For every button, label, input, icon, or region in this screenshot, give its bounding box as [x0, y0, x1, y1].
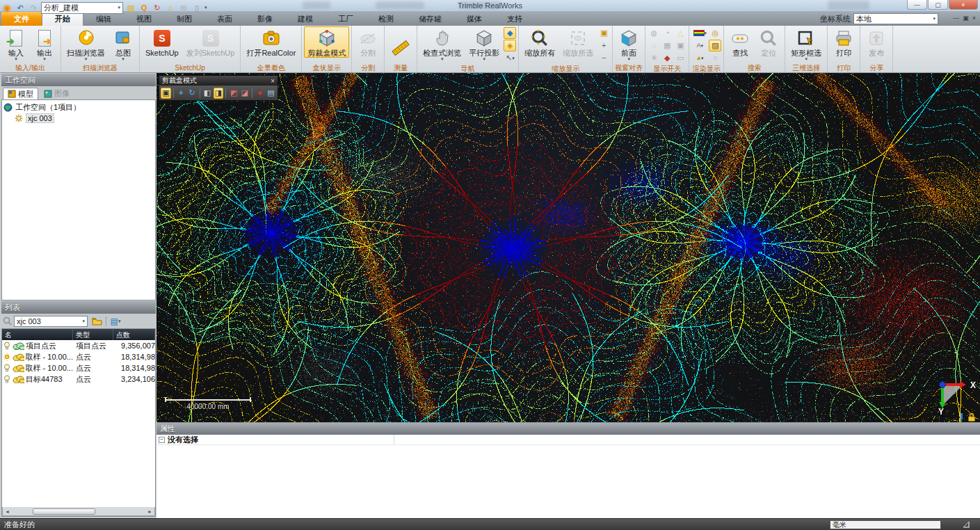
- zoom-out-mini-button[interactable]: −: [597, 52, 610, 64]
- clip-select-tool[interactable]: ▣: [161, 88, 171, 99]
- list-filter-dropdown[interactable]: xjc 003 ▾: [14, 316, 88, 327]
- no-selection-label: 没有选择: [168, 435, 394, 444]
- mdi-restore-icon[interactable]: ▣: [963, 15, 969, 22]
- color-ramp-button[interactable]: ▾: [691, 27, 708, 39]
- column-name[interactable]: 名: [2, 329, 73, 340]
- unit-field[interactable]: 毫米: [830, 520, 941, 529]
- examiner-target-mini-button[interactable]: ◆: [504, 27, 516, 39]
- tab-storage-tank[interactable]: 储存罐: [406, 13, 454, 26]
- tree-project-item[interactable]: xjc 003: [3, 113, 154, 123]
- tab-inspection[interactable]: 检测: [366, 13, 406, 26]
- point-cloud-render[interactable]: [156, 73, 980, 422]
- sketchup-button[interactable]: S SketchUp: [142, 26, 182, 58]
- properties-row[interactable]: − 没有选择: [156, 435, 980, 445]
- overview-map-button[interactable]: 总图 ▾: [109, 26, 137, 62]
- find-button[interactable]: 查找: [726, 26, 754, 58]
- import-button[interactable]: ➜ 输入 ▾: [2, 26, 30, 62]
- close-button[interactable]: ×: [949, 0, 978, 10]
- workflow-dropdown[interactable]: 分析_建模 ▾: [41, 2, 123, 14]
- rotate-icon: ↻: [189, 89, 195, 97]
- tree-root-item[interactable]: 工作空间（1项目）: [3, 102, 154, 113]
- minimize-button[interactable]: —: [907, 0, 927, 10]
- measure-button[interactable]: [387, 31, 415, 59]
- table-row[interactable]: 取样 - 10.00... 点云 18,314,98: [2, 351, 155, 362]
- zoom-window-mini-button[interactable]: ▣: [597, 27, 610, 39]
- scroll-left-icon[interactable]: ◄: [3, 508, 12, 515]
- open-folder-button[interactable]: [90, 315, 104, 327]
- clip-table-tool[interactable]: ▤: [266, 88, 276, 99]
- app-menu-icon[interactable]: ◉: [1, 3, 13, 13]
- rectangle-select-button[interactable]: 矩形框选 ▾: [787, 26, 825, 62]
- view-mode-button[interactable]: ▤ ▾: [109, 315, 122, 327]
- scroll-right-icon[interactable]: ►: [145, 508, 154, 515]
- clip-box-settings-tool[interactable]: ◩: [228, 88, 239, 99]
- column-points[interactable]: 点数: [113, 329, 155, 340]
- render-settings-button[interactable]: ◎: [709, 27, 721, 39]
- coordinate-system-dropdown[interactable]: 本地 ▾: [853, 13, 938, 24]
- pie-render-button[interactable]: ◕▾: [691, 52, 708, 64]
- toggle-marker-button[interactable]: ◆: [661, 52, 673, 64]
- clip-box-extract-tool[interactable]: ◨: [214, 88, 224, 99]
- tab-media[interactable]: 媒体: [454, 13, 495, 26]
- scan-explorer-button[interactable]: 扫描浏览器 ▾: [63, 26, 109, 62]
- horizontal-scrollbar[interactable]: ◄ ►: [2, 507, 155, 516]
- group-pano-color: 打开RealColor 全景着色: [241, 26, 302, 72]
- measure-corner-icon[interactable]: [962, 520, 970, 529]
- pick-cursor-mini-button[interactable]: ↖▾: [504, 52, 516, 64]
- workspace-panel: 工作空间 模型 图像 工作空间（1项目） xjc 003: [1, 74, 156, 300]
- examiner-browse-button[interactable]: 检查式浏览 ▾: [419, 26, 465, 62]
- tab-surface[interactable]: 表面: [204, 13, 245, 26]
- axis-y-label: Y: [938, 407, 944, 417]
- export-button[interactable]: ➜ 输出 ▾: [31, 26, 58, 62]
- parallel-projection-button[interactable]: 平行投影 ▾: [465, 26, 503, 62]
- group-box-display: 剪裁盒模式 盒状显示: [302, 26, 352, 72]
- table-row[interactable]: 项目点云 项目点云 9,356,007: [2, 340, 155, 351]
- new-project-icon[interactable]: ▨: [125, 3, 136, 13]
- tab-models[interactable]: 模型: [3, 88, 38, 99]
- mdi-close-icon[interactable]: ×: [972, 15, 976, 22]
- table-row[interactable]: 取样 - 10.00... 点云 18,314,98: [2, 362, 155, 374]
- shading-button[interactable]: ▨: [709, 40, 721, 51]
- tab-plant[interactable]: 工厂: [326, 13, 366, 26]
- column-type[interactable]: 类型: [73, 329, 113, 340]
- zoom-all-button[interactable]: 缩放所有: [521, 26, 559, 58]
- mdi-minimize-icon[interactable]: —: [953, 15, 959, 22]
- clip-move-tool[interactable]: +: [176, 88, 186, 99]
- maximize-button[interactable]: ▢: [928, 0, 948, 10]
- tab-imaging[interactable]: 影像: [245, 13, 285, 26]
- home-icon[interactable]: ⌂: [165, 3, 176, 13]
- front-view-button[interactable]: 前面 ▾: [615, 26, 643, 62]
- close-icon[interactable]: ×: [271, 77, 275, 85]
- warning-toggle-icon: △: [677, 29, 683, 37]
- project-gear-icon: [15, 114, 23, 122]
- ribbon: ➜ 输入 ▾ ➜ 输出 ▾ 输入/输出 扫描浏览器 ▾: [0, 26, 980, 73]
- viewport-3d[interactable]: 剪裁盒模式 × ▣ + ↻ ◧ ◨ ◩ ◪ ● ▤ 40000.00 mm: [156, 73, 980, 422]
- bulb-icon: [3, 364, 10, 372]
- qat-overflow-icon[interactable]: ▾: [204, 6, 207, 10]
- tab-images[interactable]: 图像: [40, 88, 74, 99]
- clipping-box-mode-button[interactable]: 剪裁盒模式: [304, 26, 349, 58]
- point-size-button[interactable]: A▾: [691, 40, 708, 51]
- tab-modeling[interactable]: 建模: [285, 13, 326, 26]
- clip-select-icon: ▣: [162, 89, 169, 97]
- collapse-icon[interactable]: −: [159, 437, 165, 443]
- pen-icon: [958, 412, 965, 421]
- zoom-in-mini-button[interactable]: +: [597, 40, 610, 51]
- station-mini-button[interactable]: ◈: [504, 40, 516, 51]
- project-cloud-icon: [12, 342, 24, 350]
- table-row[interactable]: 目标44783 点云 3,234,106: [2, 374, 155, 385]
- clip-box-bounds-tool[interactable]: ◪: [239, 88, 250, 99]
- refresh-icon[interactable]: ↻: [152, 3, 163, 13]
- segment-icon: [358, 28, 378, 49]
- undo-icon[interactable]: ↶: [15, 3, 26, 13]
- clip-rotate-tool[interactable]: ↻: [187, 88, 198, 99]
- open-realcolor-button[interactable]: 打开RealColor: [243, 26, 299, 58]
- document-icon[interactable]: ▯: [191, 3, 202, 13]
- print-button[interactable]: 打印: [830, 26, 858, 58]
- scrollbar-thumb[interactable]: [33, 508, 95, 515]
- search-icon[interactable]: Q: [138, 3, 150, 13]
- tab-support[interactable]: 支持: [495, 13, 535, 26]
- clip-record-tool[interactable]: ●: [255, 88, 265, 99]
- chevron-down-icon: ▾: [483, 57, 486, 61]
- clip-box-edit-tool[interactable]: ◧: [202, 88, 213, 99]
